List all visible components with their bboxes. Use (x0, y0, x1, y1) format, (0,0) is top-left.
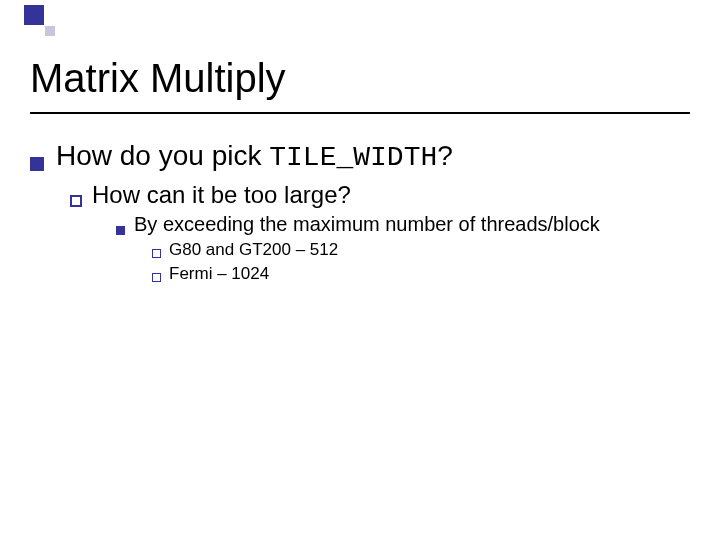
bullet-level-3: By exceeding the maximum number of threa… (116, 213, 700, 236)
bullet-level-4: G80 and GT200 – 512 (152, 240, 700, 260)
deco-square-small-icon (45, 26, 55, 36)
text-code: TILE_WIDTH (269, 142, 437, 173)
bullet-text: Fermi – 1024 (169, 264, 269, 284)
text-pre: How do you pick (56, 140, 269, 171)
bullet-text: How do you pick TILE_WIDTH? (56, 140, 453, 173)
deco-square-large-icon (24, 5, 44, 25)
bullet-text: G80 and GT200 – 512 (169, 240, 338, 260)
slide: Matrix Multiply How do you pick TILE_WID… (0, 0, 720, 540)
square-hollow-icon (70, 195, 82, 207)
bullet-level-4: Fermi – 1024 (152, 264, 700, 284)
title-underline (30, 112, 690, 114)
bullet-text: How can it be too large? (92, 181, 351, 209)
bullet-level-2: How can it be too large? (70, 181, 700, 209)
bullet-text: By exceeding the maximum number of threa… (134, 213, 600, 236)
slide-title: Matrix Multiply (30, 56, 286, 101)
square-hollow-small-icon (152, 273, 161, 282)
square-filled-icon (30, 157, 44, 171)
bullet-level-1: How do you pick TILE_WIDTH? (30, 140, 700, 173)
slide-body: How do you pick TILE_WIDTH? How can it b… (30, 140, 700, 286)
square-hollow-small-icon (152, 249, 161, 258)
text-post: ? (437, 140, 453, 171)
square-filled-small-icon (116, 226, 125, 235)
